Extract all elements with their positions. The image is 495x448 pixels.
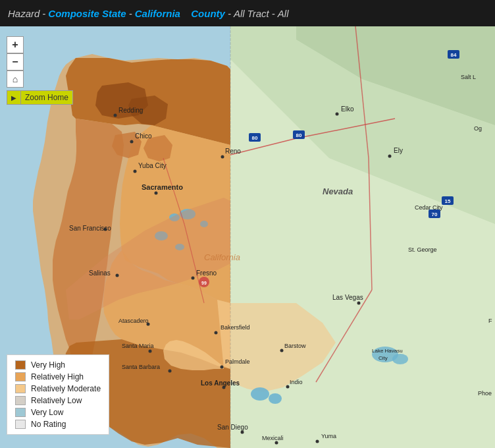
svg-text:Cedar City: Cedar City	[415, 204, 443, 211]
svg-text:Redding: Redding	[118, 107, 143, 114]
legend-swatch	[15, 360, 26, 370]
svg-text:Yuma: Yuma	[321, 433, 336, 439]
home-button[interactable]: ⌂	[7, 70, 24, 88]
header-space	[183, 8, 188, 19]
legend-label: Relatively High	[31, 372, 84, 381]
legend-swatch	[15, 420, 26, 429]
svg-point-57	[221, 366, 224, 369]
svg-point-64	[388, 155, 392, 158]
svg-text:Salinas: Salinas	[89, 269, 111, 277]
svg-text:70: 70	[432, 211, 438, 217]
svg-text:84: 84	[451, 52, 457, 58]
svg-text:Los Angeles: Los Angeles	[201, 379, 240, 387]
svg-point-67	[275, 441, 278, 445]
svg-point-20	[392, 354, 408, 364]
svg-point-59	[241, 431, 244, 434]
svg-text:Indio: Indio	[290, 379, 303, 385]
svg-text:Bakersfield: Bakersfield	[221, 324, 250, 331]
zoom-home-play-button[interactable]: ▶	[7, 90, 21, 105]
header-california: California	[135, 8, 180, 19]
legend-item: No Rating	[15, 420, 101, 429]
svg-point-17	[251, 387, 269, 401]
svg-text:Fresno: Fresno	[196, 269, 217, 277]
svg-point-56	[169, 370, 172, 373]
svg-text:Atascadero: Atascadero	[118, 318, 149, 324]
page-header: Hazard - Composite State - California Co…	[0, 0, 495, 26]
map-container: 80 80 15 99 84 70	[0, 26, 495, 448]
svg-text:Palmdale: Palmdale	[225, 358, 250, 365]
svg-text:99: 99	[201, 281, 207, 285]
svg-point-54	[215, 331, 218, 335]
header-county: County	[191, 8, 225, 19]
zoom-out-button[interactable]: −	[7, 53, 24, 70]
svg-text:80: 80	[252, 135, 258, 141]
home-icon: ⌂	[13, 74, 18, 84]
legend-label: Very High	[31, 360, 65, 370]
svg-text:Og: Og	[474, 125, 482, 132]
legend-swatch	[15, 408, 26, 417]
header-composite: Composite State	[48, 8, 126, 19]
zoom-in-button[interactable]: +	[7, 36, 24, 53]
svg-text:Santa Maria: Santa Maria	[122, 343, 154, 349]
svg-point-51	[116, 274, 119, 277]
svg-text:San Francisco: San Francisco	[69, 225, 111, 232]
legend-label: Relatively Low	[31, 396, 82, 405]
header-hazard: Hazard	[8, 8, 39, 19]
header-dash1: -	[42, 8, 45, 19]
svg-text:Sacramento: Sacramento	[142, 183, 183, 191]
legend-item: Very Low	[15, 408, 101, 417]
svg-text:Elko: Elko	[341, 105, 354, 113]
svg-text:San Diego: San Diego	[217, 424, 248, 431]
svg-point-46	[114, 114, 117, 117]
svg-text:Ely: Ely	[394, 147, 403, 154]
svg-point-52	[192, 277, 195, 280]
legend-item: Relatively Low	[15, 396, 101, 405]
svg-point-47	[130, 140, 134, 144]
svg-point-60	[286, 385, 290, 389]
legend-swatch	[15, 372, 26, 381]
svg-text:St. George: St. George	[408, 246, 437, 253]
legend-label: Very Low	[31, 408, 63, 417]
svg-text:Salt L: Salt L	[461, 74, 476, 80]
svg-text:Lake Havasu: Lake Havasu	[372, 348, 403, 354]
header-tract: Tract -	[248, 8, 275, 19]
svg-text:15: 15	[445, 198, 451, 204]
svg-text:Santa Barbara: Santa Barbara	[122, 364, 160, 370]
legend-label: No Rating	[31, 420, 66, 429]
svg-text:Nevada: Nevada	[323, 186, 353, 196]
svg-point-55	[149, 350, 152, 353]
svg-point-18	[269, 393, 282, 404]
svg-point-65	[357, 302, 361, 305]
svg-text:Mexicali: Mexicali	[262, 435, 284, 441]
svg-point-48	[134, 170, 137, 173]
header-dash3: -	[228, 8, 231, 19]
legend-item: Relatively High	[15, 372, 101, 381]
svg-point-61	[280, 349, 284, 352]
svg-text:Phoe: Phoe	[478, 390, 492, 397]
svg-text:Barstow: Barstow	[284, 343, 306, 349]
legend-swatch	[15, 396, 26, 405]
svg-point-63	[336, 113, 339, 116]
svg-point-49	[155, 192, 158, 195]
legend-item: Very High	[15, 360, 101, 370]
svg-text:80: 80	[296, 132, 302, 138]
map-controls: + − ⌂ ▶ Zoom Home	[7, 36, 73, 105]
legend-swatch	[15, 384, 26, 393]
svg-text:California: California	[204, 252, 240, 262]
svg-text:Yuba City: Yuba City	[138, 162, 167, 169]
svg-text:Reno: Reno	[225, 148, 241, 155]
legend-label: Relatively Moderate	[31, 384, 101, 393]
zoom-home-row: ▶ Zoom Home	[7, 90, 73, 105]
legend-item: Relatively Moderate	[15, 384, 101, 393]
svg-text:Las Vegas: Las Vegas	[332, 294, 363, 301]
svg-text:F: F	[488, 318, 492, 324]
svg-point-62	[221, 155, 224, 159]
header-all1: All	[234, 8, 245, 19]
svg-text:City: City	[378, 355, 388, 361]
header-all2: All	[278, 8, 289, 19]
svg-point-66	[316, 440, 319, 443]
header-dash2: -	[129, 8, 132, 19]
svg-text:Chico: Chico	[135, 132, 152, 140]
zoom-home-label[interactable]: Zoom Home	[21, 90, 73, 105]
map-legend: Very HighRelatively HighRelatively Moder…	[7, 354, 109, 435]
